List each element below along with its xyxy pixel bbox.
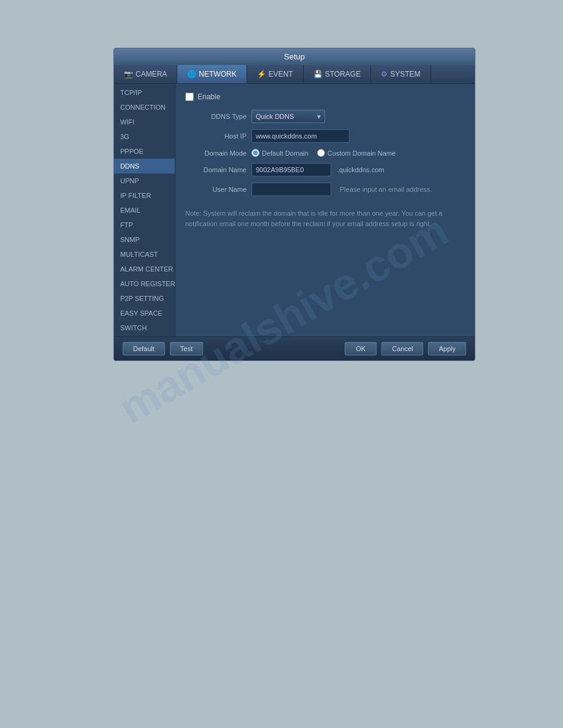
radio-default-input[interactable] xyxy=(251,149,259,157)
default-button[interactable]: Default xyxy=(123,342,165,355)
sidebar-item-ftp[interactable]: FTP xyxy=(114,218,175,232)
enable-checkbox[interactable] xyxy=(185,93,194,101)
tab-camera-label: CAMERA xyxy=(136,70,167,78)
domain-mode-label: Domain Mode xyxy=(185,150,247,157)
ddns-type-label: DDNS Type xyxy=(185,113,247,120)
sidebar-item-email[interactable]: EMAIL xyxy=(114,203,175,218)
sidebar-item-ip-filter[interactable]: IP FILTER xyxy=(114,188,175,203)
domain-name-label: Domain Name xyxy=(185,166,247,173)
sidebar-item-wifi[interactable]: WIFI xyxy=(114,115,175,129)
cancel-button[interactable]: Cancel xyxy=(381,342,423,355)
host-ip-row: Host IP xyxy=(185,129,465,143)
tab-system[interactable]: ⚙ SYSTEM xyxy=(371,65,431,83)
sidebar-item-pppoe[interactable]: PPPOE xyxy=(114,144,175,159)
sidebar-item-multicast[interactable]: MULTICAST xyxy=(114,247,175,262)
domain-name-row: Domain Name .quickddns.com xyxy=(185,163,465,176)
tab-network-label: NETWORK xyxy=(199,70,236,78)
btn-group-right: OK Cancel Apply xyxy=(345,342,466,355)
button-bar: Default Test OK Cancel Apply xyxy=(114,336,475,360)
title-bar: Setup xyxy=(114,48,475,65)
dialog-title: Setup xyxy=(284,52,305,61)
main-panel: Enable DDNS Type Quick DDNS NO-IP DDNS C… xyxy=(175,84,475,336)
domain-suffix: .quickddns.com xyxy=(337,166,384,173)
apply-button[interactable]: Apply xyxy=(428,342,466,355)
host-ip-label: Host IP xyxy=(185,132,247,140)
radio-default-domain[interactable]: Default Domain xyxy=(251,149,308,157)
radio-default-label: Default Domain xyxy=(262,150,308,157)
sidebar-item-auto-register[interactable]: AUTO REGISTER xyxy=(114,276,175,291)
user-name-input[interactable] xyxy=(251,183,331,196)
tab-event-label: EVENT xyxy=(269,70,293,78)
tab-system-label: SYSTEM xyxy=(390,70,420,78)
tab-bar: 📷 CAMERA 🌐 NETWORK ⚡ EVENT 💾 STORAGE ⚙ S… xyxy=(114,65,475,84)
user-name-label: User Name xyxy=(185,186,247,193)
system-icon: ⚙ xyxy=(381,70,388,78)
user-name-row: User Name Please input an email address. xyxy=(185,183,465,196)
sidebar-item-alarm-center[interactable]: ALARM CENTER xyxy=(114,262,175,276)
tab-event[interactable]: ⚡ EVENT xyxy=(247,65,304,83)
tab-storage-label: STORAGE xyxy=(325,70,361,78)
sidebar-item-connection[interactable]: CONNECTION xyxy=(114,100,175,115)
sidebar-item-upnp[interactable]: UPNP xyxy=(114,173,175,188)
ddns-type-select[interactable]: Quick DDNS NO-IP DDNS CN99 DDNS xyxy=(251,110,325,123)
tab-storage[interactable]: 💾 STORAGE xyxy=(304,65,371,83)
sidebar-item-3g[interactable]: 3G xyxy=(114,129,175,144)
sidebar-item-ddns[interactable]: DDNS xyxy=(114,159,175,173)
network-icon: 🌐 xyxy=(187,70,196,78)
ddns-type-dropdown-wrapper: Quick DDNS NO-IP DDNS CN99 DDNS ▼ xyxy=(251,110,325,123)
sidebar-item-switch[interactable]: SWITCH xyxy=(114,320,175,335)
domain-name-input[interactable] xyxy=(251,163,331,176)
enable-row: Enable xyxy=(185,93,465,101)
event-icon: ⚡ xyxy=(257,70,266,78)
storage-icon: 💾 xyxy=(313,70,323,78)
content-area: TCP/IP CONNECTION WIFI 3G PPPOE DDNS UPN… xyxy=(114,84,475,336)
radio-custom-label: Custom Domain Name xyxy=(327,150,396,157)
sidebar-item-p2p-setting[interactable]: P2P SETTING xyxy=(114,291,175,306)
enable-label[interactable]: Enable xyxy=(197,93,220,101)
test-button[interactable]: Test xyxy=(170,342,203,355)
host-ip-input[interactable] xyxy=(251,129,350,143)
tab-network[interactable]: 🌐 NETWORK xyxy=(177,65,247,83)
user-name-hint: Please input an email address. xyxy=(340,186,432,193)
radio-custom-input[interactable] xyxy=(317,149,325,157)
sidebar: TCP/IP CONNECTION WIFI 3G PPPOE DDNS UPN… xyxy=(114,84,175,336)
camera-icon: 📷 xyxy=(124,70,133,78)
radio-custom-domain[interactable]: Custom Domain Name xyxy=(317,149,396,157)
tab-camera[interactable]: 📷 CAMERA xyxy=(114,65,177,83)
ddns-type-row: DDNS Type Quick DDNS NO-IP DDNS CN99 DDN… xyxy=(185,110,465,123)
setup-dialog: Setup 📷 CAMERA 🌐 NETWORK ⚡ EVENT 💾 STORA… xyxy=(113,48,475,361)
ok-button[interactable]: OK xyxy=(345,342,377,355)
sidebar-item-easy-space[interactable]: EASY SPACE xyxy=(114,306,175,320)
sidebar-item-snmp[interactable]: SNMP xyxy=(114,232,175,247)
domain-mode-row: Domain Mode Default Domain Custom Domain… xyxy=(185,149,465,157)
note-box: Note: System will reclaim the domain tha… xyxy=(185,208,465,229)
sidebar-item-tcp-ip[interactable]: TCP/IP xyxy=(114,85,175,100)
note-text: Note: System will reclaim the domain tha… xyxy=(185,210,442,227)
btn-group-left: Default Test xyxy=(123,342,203,355)
domain-mode-radio-group: Default Domain Custom Domain Name xyxy=(251,149,396,157)
